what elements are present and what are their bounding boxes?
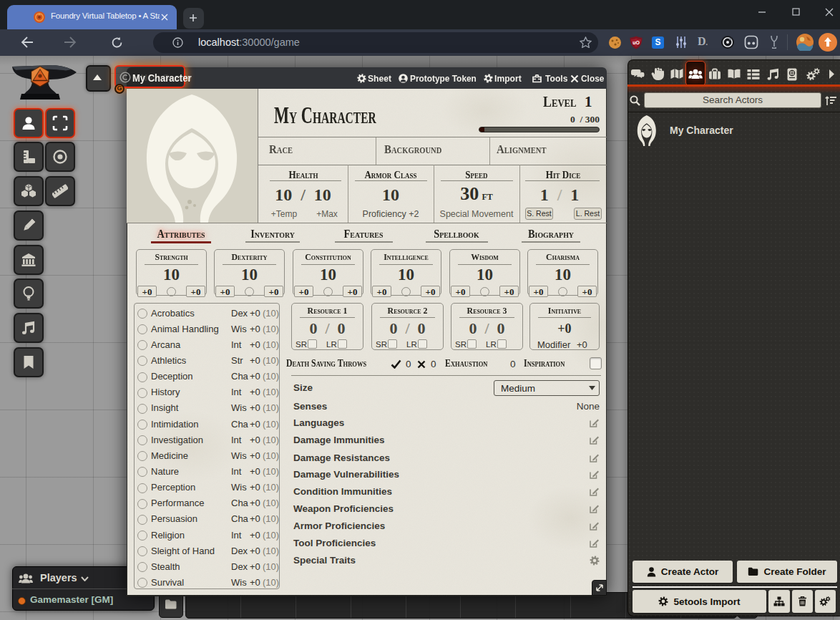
svg-text:uO: uO <box>633 40 640 45</box>
